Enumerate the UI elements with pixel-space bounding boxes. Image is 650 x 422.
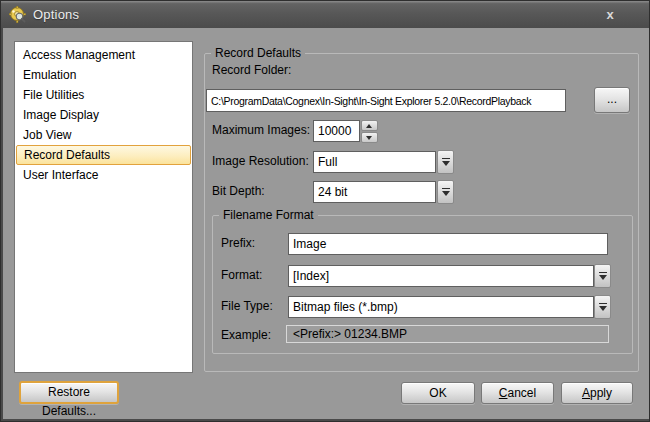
- browse-button[interactable]: ...: [594, 87, 630, 113]
- cancel-button[interactable]: Cancel: [481, 382, 554, 404]
- arrow-down-icon: [366, 136, 372, 140]
- options-gear-icon: [9, 6, 26, 23]
- image-resolution-label: Image Resolution:: [212, 154, 309, 168]
- record-defaults-group-label: Record Defaults: [211, 46, 305, 60]
- category-list: Access Management Emulation File Utiliti…: [14, 41, 193, 373]
- example-value: <Prefix:> 01234.BMP: [286, 325, 609, 343]
- apply-button[interactable]: Apply: [561, 382, 633, 404]
- image-resolution-select[interactable]: Full: [313, 151, 436, 173]
- maximum-images-input[interactable]: 10000: [313, 120, 360, 142]
- file-type-select[interactable]: Bitmap files (*.bmp): [288, 296, 594, 318]
- sidebar-item-job-view[interactable]: Job View: [16, 125, 191, 145]
- record-folder-label: Record Folder:: [212, 63, 291, 77]
- sidebar-item-user-interface[interactable]: User Interface: [16, 165, 191, 185]
- sidebar-item-image-display[interactable]: Image Display: [16, 105, 191, 125]
- filename-format-group-label: Filename Format: [219, 208, 318, 222]
- maximum-images-label: Maximum Images:: [212, 123, 310, 137]
- format-dropdown-button[interactable]: [594, 264, 611, 288]
- sidebar-item-access-management[interactable]: Access Management: [16, 45, 191, 65]
- sidebar-item-file-utilities[interactable]: File Utilities: [16, 85, 191, 105]
- maximum-images-stepper: [361, 120, 378, 143]
- dropdown-arrow-icon: [599, 275, 607, 280]
- dialog-body: Access Management Emulation File Utiliti…: [3, 28, 649, 419]
- window-title: Options: [33, 7, 79, 22]
- arrow-up-icon: [366, 124, 372, 128]
- prefix-label: Prefix:: [221, 236, 255, 250]
- format-select[interactable]: [Index]: [288, 265, 594, 287]
- filename-format-group: Filename Format Prefix: Image Format: [I…: [212, 215, 633, 354]
- ok-button[interactable]: OK: [401, 382, 475, 404]
- options-dialog: Options x Access Management Emulation Fi…: [0, 0, 650, 422]
- file-type-dropdown-button[interactable]: [594, 295, 611, 319]
- format-label: Format:: [221, 268, 262, 282]
- record-defaults-group: Record Defaults Record Folder: C:\Progra…: [204, 53, 639, 372]
- bit-depth-select[interactable]: 24 bit: [313, 181, 436, 203]
- dropdown-arrow-icon: [442, 191, 450, 196]
- bit-depth-dropdown-button[interactable]: [437, 180, 454, 204]
- bit-depth-label: Bit Depth:: [212, 184, 265, 198]
- close-button[interactable]: x: [599, 6, 621, 24]
- example-label: Example:: [221, 328, 271, 342]
- image-resolution-dropdown-button[interactable]: [437, 150, 454, 174]
- restore-defaults-button[interactable]: Restore Defaults...: [19, 381, 119, 404]
- dropdown-arrow-icon: [599, 306, 607, 311]
- spin-up-button[interactable]: [361, 120, 378, 131]
- sidebar-item-record-defaults[interactable]: Record Defaults: [16, 145, 191, 165]
- record-folder-input[interactable]: C:\ProgramData\Cognex\In-Sight\In-Sight …: [206, 89, 566, 112]
- dropdown-arrow-icon: [442, 161, 450, 166]
- prefix-input[interactable]: Image: [288, 233, 608, 255]
- spin-down-button[interactable]: [361, 132, 378, 143]
- file-type-label: File Type:: [221, 299, 273, 313]
- titlebar: Options x: [1, 1, 650, 28]
- sidebar-item-emulation[interactable]: Emulation: [16, 65, 191, 85]
